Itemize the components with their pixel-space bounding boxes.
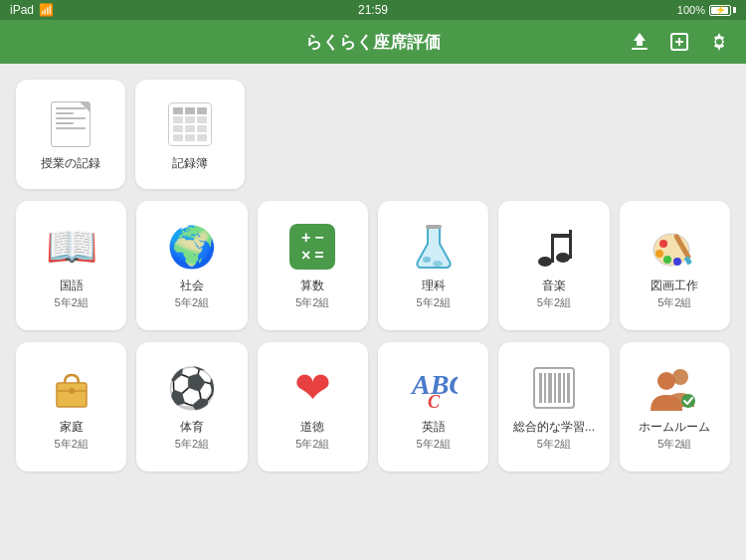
tile-eigo-label: 英語 5年2組 — [417, 419, 451, 453]
row-2: 📖 国語 5年2組 🌍 社会 5年2組 + − — [16, 201, 730, 330]
svg-marker-1 — [634, 33, 646, 46]
tile-eigo[interactable]: ABC C 英語 5年2組 — [378, 342, 488, 471]
tile-sogo[interactable]: 総合的な学習... 5年2組 — [498, 342, 609, 471]
tile-jugyou-label: 授業の記録 — [41, 155, 100, 172]
tile-homeroom[interactable]: ホームルーム 5年2組 — [620, 342, 730, 471]
tile-sansu[interactable]: + − × = 算数 5年2組 — [258, 201, 368, 330]
tile-ongaku-label: 音楽 5年2組 — [537, 278, 571, 311]
svg-rect-32 — [563, 373, 565, 403]
upload-button[interactable] — [625, 27, 654, 57]
nav-title: らくらく座席評価 — [305, 31, 441, 54]
svg-rect-12 — [551, 234, 554, 263]
tile-dotoku[interactable]: ❤ 道徳 5年2組 — [258, 342, 368, 471]
nav-actions — [625, 27, 734, 57]
tile-sogo-label: 総合的な学習... 5年2組 — [513, 419, 595, 453]
tile-katei-label: 家庭 5年2組 — [55, 419, 89, 453]
settings-button[interactable] — [704, 27, 734, 57]
svg-rect-27 — [539, 373, 542, 403]
wifi-icon: 📶 — [39, 3, 54, 17]
heart-icon: ❤ — [294, 363, 331, 413]
soccer-icon: ⚽ — [167, 363, 217, 413]
document-icon — [51, 99, 91, 149]
tile-kiroku[interactable]: 記録簿 — [135, 80, 245, 189]
svg-point-18 — [663, 256, 671, 264]
svg-point-35 — [657, 372, 675, 390]
tile-dotoku-label: 道徳 5年2組 — [295, 419, 329, 453]
abc-icon: ABC C — [410, 363, 458, 413]
svg-rect-31 — [558, 373, 561, 403]
grid-icon — [532, 363, 576, 413]
tile-homeroom-label: ホームルーム 5年2組 — [639, 419, 710, 453]
svg-rect-0 — [632, 48, 648, 50]
svg-point-6 — [716, 39, 722, 45]
tile-shakai-label: 社会 5年2組 — [175, 278, 209, 311]
svg-point-17 — [655, 250, 663, 258]
row-3: 家庭 5年2組 ⚽ 体育 5年2組 ❤ 道徳 5年2組 — [16, 342, 730, 471]
tile-kokugo-label: 国語 5年2組 — [55, 278, 89, 311]
tile-jugyou[interactable]: 授業の記録 — [16, 80, 125, 189]
svg-rect-30 — [554, 373, 556, 403]
nav-bar: らくらく座席評価 — [0, 20, 746, 64]
svg-point-23 — [69, 388, 75, 394]
tile-zuko-label: 図画工作 5年2組 — [651, 278, 698, 311]
tile-katei[interactable]: 家庭 5年2組 — [16, 342, 126, 471]
battery-pct-label: 100% — [677, 4, 705, 16]
globe-icon: 🌍 — [167, 222, 217, 272]
homeroom-icon — [649, 363, 700, 413]
svg-point-8 — [423, 257, 431, 263]
tile-shakai[interactable]: 🌍 社会 5年2組 — [136, 201, 247, 330]
svg-rect-14 — [551, 234, 572, 238]
tile-zuko[interactable]: 図画工作 5年2組 — [620, 201, 730, 330]
svg-point-10 — [538, 257, 552, 267]
device-label: iPad — [10, 3, 34, 17]
svg-point-16 — [659, 240, 667, 248]
status-left: iPad 📶 — [10, 3, 54, 17]
tile-taiiku[interactable]: ⚽ 体育 5年2組 — [136, 342, 247, 471]
svg-point-19 — [673, 258, 681, 266]
status-time: 21:59 — [358, 3, 388, 17]
battery-indicator: ⚡ — [709, 5, 736, 16]
svg-rect-33 — [567, 373, 570, 403]
tile-rika-label: 理科 5年2組 — [417, 278, 451, 311]
add-button[interactable] — [664, 27, 694, 57]
tile-rika[interactable]: 理科 5年2組 — [378, 201, 488, 330]
music-icon — [531, 222, 577, 272]
bag-icon — [49, 363, 94, 413]
svg-rect-29 — [548, 373, 552, 403]
tile-taiiku-label: 体育 5年2組 — [175, 419, 209, 453]
book-icon: 📖 — [46, 222, 97, 272]
tile-kokugo[interactable]: 📖 国語 5年2組 — [16, 201, 126, 330]
status-bar: iPad 📶 21:59 100% ⚡ — [0, 0, 746, 20]
tile-ongaku[interactable]: 音楽 5年2組 — [498, 201, 609, 330]
tile-kiroku-label: 記録簿 — [172, 155, 208, 172]
row-1: 授業の記録 — [16, 80, 730, 189]
status-right: 100% ⚡ — [677, 4, 736, 16]
main-content: 授業の記録 — [0, 64, 746, 560]
svg-point-11 — [556, 253, 570, 263]
tile-sansu-label: 算数 5年2組 — [295, 278, 329, 311]
calc-icon: + − × = — [289, 222, 335, 272]
svg-point-9 — [433, 261, 443, 267]
svg-rect-28 — [544, 373, 546, 403]
svg-rect-7 — [426, 225, 442, 229]
flask-icon — [412, 222, 456, 272]
svg-text:C: C — [428, 392, 441, 410]
ledger-icon — [168, 99, 212, 149]
palette-icon — [650, 222, 699, 272]
